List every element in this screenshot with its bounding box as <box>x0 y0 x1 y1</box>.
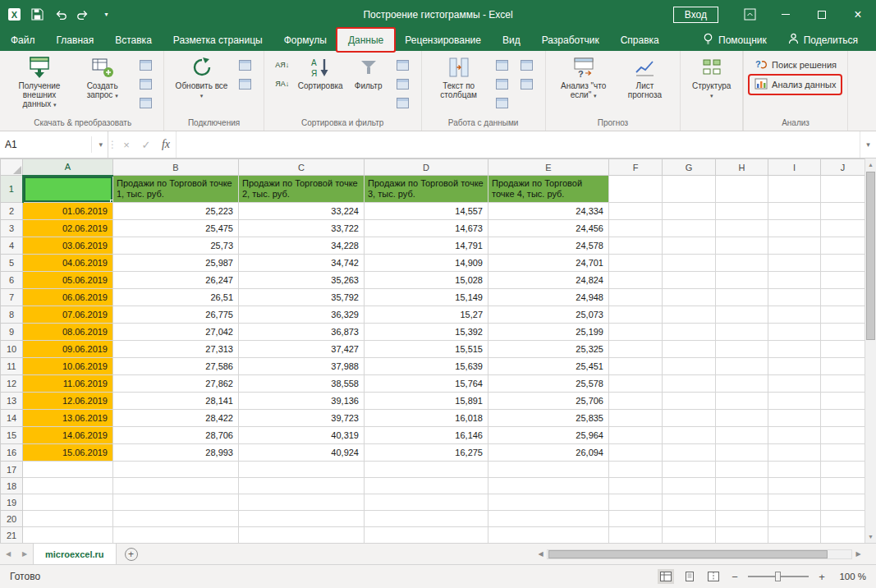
cell-I14[interactable] <box>768 410 821 427</box>
enter-icon[interactable]: ✓ <box>136 131 156 158</box>
tab-Разработчик[interactable]: Разработчик <box>531 29 610 51</box>
cell-B19[interactable] <box>113 494 239 511</box>
cell-G16[interactable] <box>663 444 716 462</box>
cell-A2[interactable]: 01.06.2019 <box>23 203 113 220</box>
cell-D17[interactable] <box>365 462 488 478</box>
cell-F15[interactable] <box>609 427 663 444</box>
vertical-scroll-thumb[interactable] <box>866 172 875 340</box>
cell-E2[interactable]: 24,334 <box>488 203 609 220</box>
flash-fill-icon[interactable] <box>492 57 513 73</box>
cell-B17[interactable] <box>113 462 239 478</box>
row-header-20[interactable]: 20 <box>1 511 23 527</box>
cell-A5[interactable]: 04.06.2019 <box>23 255 113 272</box>
cell-E19[interactable] <box>488 494 609 511</box>
cell-B12[interactable]: 27,862 <box>113 375 239 393</box>
scroll-right-icon[interactable]: ▶ <box>852 550 865 558</box>
cell-J14[interactable] <box>821 410 865 427</box>
column-header-B[interactable]: B <box>113 159 239 176</box>
cell-H10[interactable] <box>716 341 768 358</box>
cell-D15[interactable]: 16,146 <box>365 427 488 444</box>
cell-J19[interactable] <box>821 494 865 511</box>
tab-Вид[interactable]: Вид <box>492 29 531 51</box>
cell-H13[interactable] <box>716 393 768 410</box>
cell-H15[interactable] <box>716 427 768 444</box>
cell-F13[interactable] <box>609 393 663 410</box>
sheet-nav-left-icon[interactable]: ◀ <box>0 544 16 564</box>
row-header-11[interactable]: 11 <box>1 358 23 375</box>
column-header-J[interactable]: J <box>821 159 865 176</box>
cell-C6[interactable]: 35,263 <box>239 272 365 289</box>
scroll-left-icon[interactable]: ◀ <box>534 550 547 558</box>
row-header-2[interactable]: 2 <box>1 203 23 220</box>
cell-C8[interactable]: 36,329 <box>239 306 365 324</box>
cell-G14[interactable] <box>663 410 716 427</box>
cell-B16[interactable]: 28,993 <box>113 444 239 462</box>
cell-A20[interactable] <box>23 511 113 527</box>
cell-G8[interactable] <box>663 306 716 324</box>
cell-I5[interactable] <box>768 255 821 272</box>
cell-G11[interactable] <box>663 358 716 375</box>
row-header-8[interactable]: 8 <box>1 306 23 324</box>
cell-C18[interactable] <box>239 478 365 494</box>
column-header-H[interactable]: H <box>716 159 768 176</box>
redo-icon[interactable] <box>76 7 90 21</box>
cell-F2[interactable] <box>609 203 663 220</box>
horizontal-scrollbar[interactable]: ◀ ▶ <box>534 544 865 564</box>
cell-C19[interactable] <box>239 494 365 511</box>
sort-button[interactable]: АЯ Сортировка <box>295 53 346 92</box>
cell-F1[interactable] <box>609 176 663 203</box>
data-validation-icon[interactable] <box>492 94 513 111</box>
row-header-19[interactable]: 19 <box>1 494 23 511</box>
cell-H6[interactable] <box>716 272 768 289</box>
row-header-16[interactable]: 16 <box>1 444 23 462</box>
sort-descending-button[interactable]: ЯА↓ <box>272 76 293 92</box>
cell-I20[interactable] <box>768 511 821 527</box>
vertical-scrollbar[interactable]: ▲ ▼ <box>865 158 876 543</box>
cell-E15[interactable]: 25,964 <box>488 427 609 444</box>
cell-E6[interactable]: 24,824 <box>488 272 609 289</box>
tab-Формулы[interactable]: Формулы <box>273 29 337 51</box>
cell-E10[interactable]: 25,325 <box>488 341 609 358</box>
cell-I8[interactable] <box>768 306 821 324</box>
cell-H2[interactable] <box>716 203 768 220</box>
cell-H14[interactable] <box>716 410 768 427</box>
cell-D21[interactable] <box>365 527 488 544</box>
cell-H18[interactable] <box>716 478 768 494</box>
cell-F9[interactable] <box>609 324 663 341</box>
cell-E1[interactable]: Продажи по Торговой точке 4, тыс. руб. <box>488 176 609 203</box>
cell-G6[interactable] <box>663 272 716 289</box>
cell-C20[interactable] <box>239 511 365 527</box>
select-all-button[interactable] <box>1 159 23 176</box>
cell-A12[interactable]: 11.06.2019 <box>23 375 113 393</box>
cell-E7[interactable]: 24,948 <box>488 289 609 306</box>
cell-G2[interactable] <box>663 203 716 220</box>
cancel-icon[interactable]: × <box>117 131 136 158</box>
customize-qat-icon[interactable]: ▾ <box>99 7 113 21</box>
cell-H21[interactable] <box>716 527 768 544</box>
cell-I9[interactable] <box>768 324 821 341</box>
cell-A6[interactable]: 05.06.2019 <box>23 272 113 289</box>
scroll-up-icon[interactable]: ▲ <box>865 158 876 171</box>
cell-J8[interactable] <box>821 306 865 324</box>
get-external-data-button[interactable]: Получение внешних данных ▾ <box>7 53 71 111</box>
row-header-15[interactable]: 15 <box>1 427 23 444</box>
cell-E13[interactable]: 25,706 <box>488 393 609 410</box>
what-if-analysis-button[interactable]: ? Анализ "что если" ▾ <box>552 53 616 102</box>
cell-A15[interactable]: 14.06.2019 <box>23 427 113 444</box>
cell-B20[interactable] <box>113 511 239 527</box>
cell-C11[interactable]: 37,988 <box>239 358 365 375</box>
save-icon[interactable] <box>30 7 44 21</box>
cell-I3[interactable] <box>768 220 821 237</box>
cell-J6[interactable] <box>821 272 865 289</box>
cell-J21[interactable] <box>821 527 865 544</box>
cell-F8[interactable] <box>609 306 663 324</box>
cell-E5[interactable]: 24,701 <box>488 255 609 272</box>
cell-G5[interactable] <box>663 255 716 272</box>
cell-B9[interactable]: 27,042 <box>113 324 239 341</box>
tab-Главная[interactable]: Главная <box>46 29 105 51</box>
cell-C7[interactable]: 35,792 <box>239 289 365 306</box>
column-header-A[interactable]: A <box>23 159 113 176</box>
cell-C17[interactable] <box>239 462 365 478</box>
tab-Данные[interactable]: Данные <box>337 29 394 51</box>
cell-B7[interactable]: 26,51 <box>113 289 239 306</box>
